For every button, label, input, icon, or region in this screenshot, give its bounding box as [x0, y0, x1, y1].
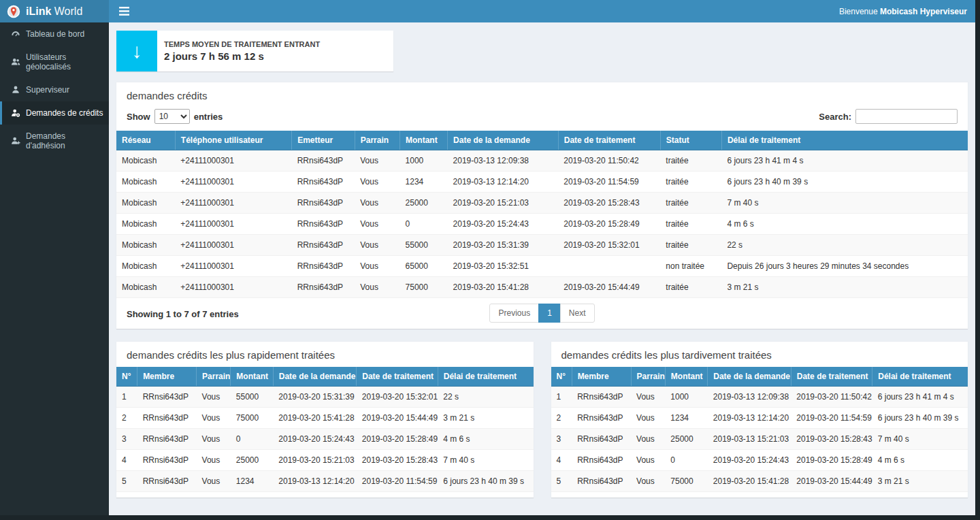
- search-input[interactable]: [855, 109, 958, 124]
- panel-title: demandes crédits: [116, 82, 968, 108]
- table-row: 3RRnsi643dPVous02019-03-20 15:24:432019-…: [116, 429, 534, 450]
- table-cell: RRnsi643dP: [137, 408, 197, 429]
- table-cell: Mobicash: [116, 193, 175, 214]
- table-cell: 3: [116, 429, 137, 450]
- column-header[interactable]: Date de traitement: [357, 367, 438, 387]
- table-cell: 2019-03-20 15:41:28: [273, 408, 357, 429]
- table-cell: 2019-03-20 15:28:43: [558, 193, 660, 214]
- table-cell: 5: [551, 471, 572, 492]
- table-cell: Mobicash: [116, 214, 175, 235]
- table-cell: 22 s: [438, 387, 533, 408]
- infobox-content: TEMPS MOYEN DE TRAITEMENT ENTRANT 2 jour…: [157, 31, 327, 71]
- table-cell: 2019-03-20 11:50:42: [791, 387, 872, 408]
- table-row: 5RRnsi643dPVous12342019-03-13 12:14:2020…: [116, 471, 534, 492]
- column-header[interactable]: Date de traitement: [791, 367, 872, 387]
- table-cell: 25000: [400, 193, 448, 214]
- column-header[interactable]: Montant: [400, 131, 448, 150]
- page-length-select[interactable]: 10: [154, 109, 190, 124]
- table-row: Mobicash+24111000301RRnsi643dPVous650002…: [116, 256, 968, 277]
- table-cell: 25000: [231, 450, 273, 471]
- column-header[interactable]: Délai de traitement: [721, 131, 968, 150]
- sidebar-item-demandes-adhesion[interactable]: Demandes d'adhésion: [0, 125, 109, 157]
- column-header[interactable]: Montant: [665, 367, 707, 387]
- page-1-button[interactable]: 1: [538, 304, 561, 323]
- sidebar-item-label: Utilisateurs géolocalisés: [26, 52, 103, 71]
- table-cell: 4: [551, 450, 572, 471]
- table-cell: 2019-03-20 15:31:39: [273, 387, 357, 408]
- column-header[interactable]: Parrain: [631, 367, 665, 387]
- table-cell: traitée: [660, 150, 721, 172]
- table-cell: RRnsi643dP: [137, 471, 197, 492]
- menu-icon[interactable]: [109, 0, 139, 22]
- column-header[interactable]: N°: [551, 367, 572, 387]
- previous-page-button[interactable]: Previous: [489, 304, 539, 323]
- table-cell: Vous: [355, 214, 399, 235]
- table-cell: 2019-03-20 11:50:42: [558, 150, 660, 172]
- table-cell: 2: [551, 408, 572, 429]
- column-header[interactable]: Date de la demande: [708, 367, 791, 387]
- table-row: Mobicash+24111000301RRnsi643dPVous750002…: [116, 277, 968, 298]
- column-header[interactable]: Délai de traitement: [438, 367, 533, 387]
- table-cell: RRnsi643dP: [137, 450, 197, 471]
- table-cell: 2019-03-20 15:41:28: [448, 277, 559, 298]
- user-menu[interactable]: Bienvenue Mobicash Hyperviseur: [839, 7, 975, 16]
- column-header[interactable]: Montant: [231, 367, 273, 387]
- column-header[interactable]: Statut: [660, 131, 721, 150]
- column-header[interactable]: Membre: [572, 367, 631, 387]
- table-cell: traitée: [660, 172, 721, 193]
- table-cell: 2019-03-20 15:31:39: [448, 235, 559, 256]
- column-header[interactable]: Parrain: [355, 131, 399, 150]
- table-header: RéseauTéléphone utilisateurEmetteurParra…: [116, 131, 968, 150]
- table-cell: RRnsi643dP: [292, 214, 355, 235]
- table-cell: 2019-03-20 15:28:49: [791, 450, 872, 471]
- column-header[interactable]: Date de la demande: [273, 367, 357, 387]
- column-header[interactable]: Date de traitement: [558, 131, 660, 150]
- column-header[interactable]: Membre: [137, 367, 197, 387]
- map-pin-logo-icon: [7, 5, 20, 18]
- table-cell: RRnsi643dP: [292, 150, 355, 172]
- table-row: Mobicash+24111000301RRnsi643dPVous02019-…: [116, 214, 968, 235]
- table-cell: 1: [116, 387, 137, 408]
- sidebar-item-tableau-de-bord[interactable]: Tableau de bord: [0, 22, 109, 46]
- table-cell: 75000: [231, 408, 273, 429]
- column-header[interactable]: Réseau: [116, 131, 175, 150]
- table-cell: 2019-03-20 15:28:43: [791, 429, 872, 450]
- column-header[interactable]: N°: [116, 367, 137, 387]
- table-cell: 4 m 6 s: [721, 214, 968, 235]
- table-cell: Vous: [355, 256, 399, 277]
- fastest-processed-table: N°MembreParrainMontantDate de la demande…: [116, 367, 534, 492]
- brand-logo[interactable]: iLink World: [0, 0, 109, 22]
- table-cell: +24111000301: [175, 256, 291, 277]
- sidebar-item-demandes-de-credits[interactable]: Demandes de crédits: [0, 101, 109, 125]
- table-cell: 1: [551, 387, 572, 408]
- table-cell: +24111000301: [175, 277, 291, 298]
- table-cell: 1000: [400, 150, 448, 172]
- table-cell: traitée: [660, 193, 721, 214]
- column-header[interactable]: Date de la demande: [448, 131, 559, 150]
- table-cell: 6 jours 23 h 41 m 4 s: [872, 387, 968, 408]
- table-cell: RRnsi643dP: [137, 387, 197, 408]
- infobox-value: 2 jours 7 h 56 m 12 s: [164, 50, 320, 62]
- column-header[interactable]: Téléphone utilisateur: [175, 131, 291, 150]
- table-body: 1RRnsi643dPVous10002019-03-13 12:09:3820…: [551, 387, 968, 492]
- next-page-button[interactable]: Next: [560, 304, 595, 323]
- table-row: 2RRnsi643dPVous12342019-03-13 12:14:2020…: [551, 408, 968, 429]
- bottom-panels: demandes crédits les plus rapidement tra…: [116, 341, 968, 498]
- table-cell: RRnsi643dP: [292, 172, 355, 193]
- table-header: N°MembreParrainMontantDate de la demande…: [116, 367, 534, 387]
- table-cell: 7 m 40 s: [872, 429, 968, 450]
- sidebar-item-superviseur[interactable]: Superviseur: [0, 78, 109, 101]
- table-cell: +24111000301: [175, 214, 291, 235]
- table-cell: 4: [116, 450, 137, 471]
- table-cell: Vous: [631, 408, 665, 429]
- table-cell: [558, 256, 660, 277]
- table-cell: 2019-03-20 15:32:51: [448, 256, 559, 277]
- column-header[interactable]: Délai de traitement: [872, 367, 968, 387]
- sidebar-item-utilisateurs-geolocalises[interactable]: Utilisateurs géolocalisés: [0, 46, 109, 78]
- column-header[interactable]: Parrain: [197, 367, 231, 387]
- table-cell: 4 m 6 s: [438, 429, 533, 450]
- table-cell: 0: [400, 214, 448, 235]
- table-cell: 1234: [400, 172, 448, 193]
- table-cell: 0: [665, 450, 707, 471]
- column-header[interactable]: Emetteur: [292, 131, 355, 150]
